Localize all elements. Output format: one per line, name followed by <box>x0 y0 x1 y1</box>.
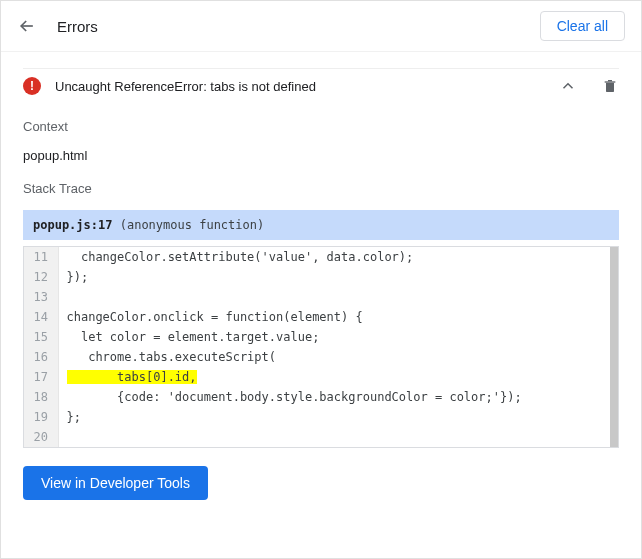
code-text: {code: 'document.body.style.backgroundCo… <box>58 387 618 407</box>
error-right <box>559 77 619 95</box>
line-number: 18 <box>24 387 58 407</box>
page-title: Errors <box>57 18 98 35</box>
line-number: 16 <box>24 347 58 367</box>
code-snippet: 11 changeColor.setAttribute('value', dat… <box>23 246 619 448</box>
stack-frame-header[interactable]: popup.js:17 (anonymous function) <box>23 210 619 240</box>
code-line: 14changeColor.onclick = function(element… <box>24 307 618 327</box>
header-left: Errors <box>17 16 98 36</box>
view-devtools-button[interactable]: View in Developer Tools <box>23 466 208 500</box>
line-number: 19 <box>24 407 58 427</box>
line-number: 13 <box>24 287 58 307</box>
stack-location: popup.js:17 <box>33 218 112 232</box>
scrollbar[interactable] <box>610 247 618 447</box>
line-number: 12 <box>24 267 58 287</box>
error-icon: ! <box>23 77 41 95</box>
code-line: 17 tabs[0].id, <box>24 367 618 387</box>
code-line: 15 let color = element.target.value; <box>24 327 618 347</box>
error-left: ! Uncaught ReferenceError: tabs is not d… <box>23 77 316 95</box>
line-number: 20 <box>24 427 58 447</box>
context-label: Context <box>23 119 619 134</box>
code-line: 20 <box>24 427 618 447</box>
code-line: 18 {code: 'document.body.style.backgroun… <box>24 387 618 407</box>
chevron-up-icon[interactable] <box>559 77 577 95</box>
line-number: 15 <box>24 327 58 347</box>
code-text <box>58 427 618 447</box>
code-text: tabs[0].id, <box>58 367 618 387</box>
code-text: }); <box>58 267 618 287</box>
error-message: Uncaught ReferenceError: tabs is not def… <box>55 79 316 94</box>
code-text: changeColor.setAttribute('value', data.c… <box>58 247 618 267</box>
content-area: ! Uncaught ReferenceError: tabs is not d… <box>1 52 641 516</box>
code-line: 16 chrome.tabs.executeScript( <box>24 347 618 367</box>
error-header-row: ! Uncaught ReferenceError: tabs is not d… <box>23 68 619 109</box>
clear-all-button[interactable]: Clear all <box>540 11 625 41</box>
stack-trace-label: Stack Trace <box>23 181 619 196</box>
code-line: 11 changeColor.setAttribute('value', dat… <box>24 247 618 267</box>
line-number: 11 <box>24 247 58 267</box>
code-text: chrome.tabs.executeScript( <box>58 347 618 367</box>
page-header: Errors Clear all <box>1 1 641 52</box>
stack-function: (anonymous function) <box>120 218 265 232</box>
code-text: let color = element.target.value; <box>58 327 618 347</box>
line-number: 17 <box>24 367 58 387</box>
back-arrow-icon[interactable] <box>17 16 37 36</box>
code-table: 11 changeColor.setAttribute('value', dat… <box>24 247 618 447</box>
code-text: changeColor.onclick = function(element) … <box>58 307 618 327</box>
code-text <box>58 287 618 307</box>
trash-icon[interactable] <box>601 77 619 95</box>
code-line: 13 <box>24 287 618 307</box>
code-line: 19}; <box>24 407 618 427</box>
code-text: }; <box>58 407 618 427</box>
code-line: 12}); <box>24 267 618 287</box>
line-number: 14 <box>24 307 58 327</box>
context-value: popup.html <box>23 148 619 163</box>
